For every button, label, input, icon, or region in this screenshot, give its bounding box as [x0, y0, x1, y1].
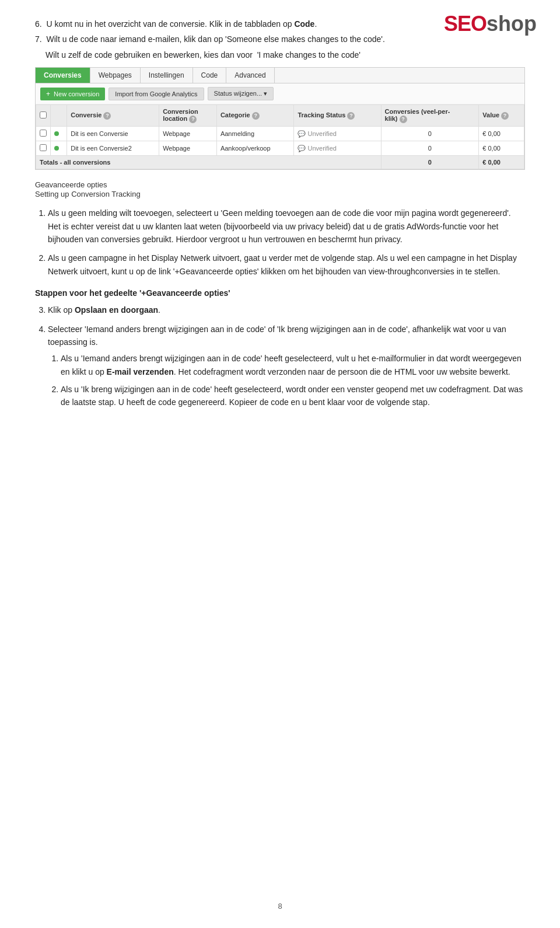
help-tracking-icon[interactable]: ? [347, 112, 355, 120]
totals-value: € 0,00 [479, 156, 524, 169]
header-conversie: Conversie ? [67, 105, 159, 127]
table-row: Dit is een Conversie2 Webpage Aankoop/ve… [36, 141, 524, 156]
step-1: Als u geen melding wilt toevoegen, selec… [48, 207, 525, 246]
main-steps-list: Als u geen melding wilt toevoegen, selec… [35, 207, 525, 278]
status-button[interactable]: Status wijzigen... ▾ [208, 87, 274, 100]
sub-step-2: Als u 'Ik breng wijzigingen aan in de co… [61, 383, 525, 409]
logo-shop: shop [487, 12, 537, 36]
row1-location: Webpage [159, 127, 217, 141]
subheading-advanced: Stappen voor het gedeelte '+Geavanceerde… [35, 288, 525, 298]
row1-value: € 0,00 [479, 127, 524, 141]
intro-line-3: Wilt u zelf de code gebruiken en bewerke… [46, 48, 525, 61]
row1-category: Aanmelding [216, 127, 294, 141]
tabs-bar: Conversies Webpages Instellingen Code Ad… [36, 68, 524, 83]
row1-checkbox[interactable] [40, 130, 47, 137]
action-bar: + New conversion Import from Google Anal… [36, 83, 524, 104]
header-conversies-count: Conversies (veel-per-klik) ? [381, 105, 479, 127]
help-categorie-icon[interactable]: ? [252, 112, 260, 120]
row2-location: Webpage [159, 141, 217, 156]
row1-name: Dit is een Conversie [67, 127, 159, 141]
header-value: Value ? [479, 105, 524, 127]
help-conversie-icon[interactable]: ? [103, 112, 111, 120]
row1-dot [51, 127, 67, 141]
row2-dot [51, 141, 67, 156]
new-conversion-button[interactable]: + New conversion [40, 88, 105, 100]
conversions-table: Conversie ? Conversionlocation ? Categor… [36, 104, 524, 169]
totals-conversies: 0 [381, 156, 479, 169]
step-2: Als u geen campagne in het Display Netwe… [48, 252, 525, 278]
help-count-icon[interactable]: ? [400, 116, 407, 123]
help-location-icon[interactable]: ? [189, 116, 197, 123]
row2-category: Aankoop/verkoop [216, 141, 294, 156]
row1-status: 💬 Unverified [294, 127, 381, 141]
header-checkbox [36, 105, 51, 127]
page-number: 8 [278, 902, 282, 910]
header-location: Conversionlocation ? [159, 105, 217, 127]
tab-code[interactable]: Code [193, 68, 227, 83]
row2-status: 💬 Unverified [294, 141, 381, 156]
setting-up-label: Setting up Conversion Tracking [35, 190, 525, 198]
help-value-icon[interactable]: ? [501, 112, 509, 120]
row2-name: Dit is een Conversie2 [67, 141, 159, 156]
table-row: Dit is een Conversie Webpage Aanmelding … [36, 127, 524, 141]
totals-label: Totals - all conversions [36, 156, 382, 169]
totals-row: Totals - all conversions 0 € 0,00 [36, 156, 524, 169]
row2-conversies: 0 [381, 141, 479, 156]
continued-steps-list: Klik op Opslaan en doorgaan. Selecteer '… [35, 303, 525, 409]
logo-seo: SEO [444, 12, 487, 36]
select-all-checkbox[interactable] [40, 111, 47, 118]
row2-checkbox-cell [36, 141, 51, 156]
tab-instellingen[interactable]: Instellingen [141, 68, 193, 83]
sub-step-1: Als u 'Iemand anders brengt wijzigingen … [61, 352, 525, 378]
sub-steps-list: Als u 'Iemand anders brengt wijzigingen … [48, 352, 525, 409]
header-tracking-status: Tracking Status ? [294, 105, 381, 127]
row2-value: € 0,00 [479, 141, 524, 156]
logo: SEOshop [444, 12, 537, 36]
geavanceerde-opties-label: Geavanceerde opties [35, 180, 525, 189]
green-dot-icon [54, 146, 59, 151]
row1-checkbox-cell [36, 127, 51, 141]
tab-advanced[interactable]: Advanced [226, 68, 274, 83]
row2-checkbox[interactable] [40, 144, 47, 151]
row1-conversies: 0 [381, 127, 479, 141]
tab-conversies[interactable]: Conversies [36, 68, 90, 83]
header-dot [51, 105, 67, 127]
tab-webpages[interactable]: Webpages [90, 68, 141, 83]
step-4: Selecteer 'Iemand anders brengt wijzigin… [48, 323, 525, 409]
screenshot-box: Conversies Webpages Instellingen Code Ad… [35, 67, 525, 170]
green-dot-icon [54, 131, 59, 136]
import-button[interactable]: Import from Google Analytics [108, 88, 204, 100]
header-categorie: Categorie ? [216, 105, 294, 127]
step-3: Klik op Opslaan en doorgaan. [48, 303, 525, 316]
